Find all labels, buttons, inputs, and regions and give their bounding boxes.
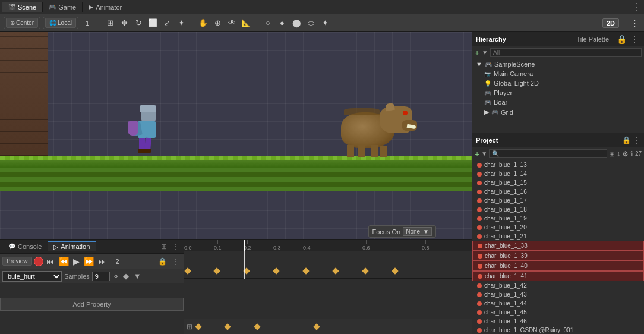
add-property-btn[interactable]: Add Property	[0, 298, 184, 311]
tab-animator[interactable]: ▶ Animator	[83, 2, 128, 12]
local-btn[interactable]: 🌐 Local	[45, 18, 76, 28]
project-item-44[interactable]: char_blue_1_44	[472, 299, 644, 308]
timeline-track-empty-row[interactable]	[184, 251, 472, 263]
skip-start-btn[interactable]: ⏮	[45, 257, 56, 266]
project-item-21[interactable]: char_blue_1_21	[472, 232, 644, 241]
project-item-38[interactable]: char_blue_1_38	[472, 241, 644, 251]
hierarchy-item-main-camera[interactable]: 📷 Main Camera	[472, 69, 644, 78]
move-icon[interactable]: ✥	[118, 17, 130, 29]
2d-toggle[interactable]: 2D	[602, 18, 619, 28]
hierarchy-search[interactable]	[490, 48, 642, 57]
timeline-track-sprite[interactable]	[184, 263, 472, 279]
keyframe-5[interactable]	[332, 267, 339, 274]
target-icon[interactable]: ⊕	[211, 17, 223, 29]
add-keyframe-btn[interactable]: ◆	[122, 272, 130, 281]
keyframe-3[interactable]	[273, 267, 279, 274]
samples-input[interactable]	[92, 272, 110, 281]
project-item-14[interactable]: char_blue_1_14	[472, 169, 644, 178]
play-btn[interactable]: ▶	[72, 257, 81, 266]
project-view-btn[interactable]: ⊞	[609, 150, 615, 158]
project-lock-btn[interactable]: 🔒	[622, 136, 631, 144]
add-keyframe-all-btn[interactable]: ⋄	[112, 272, 119, 281]
dot-38	[478, 244, 482, 248]
tab-game[interactable]: 🎮 Game	[43, 2, 83, 12]
focus-on-label: Focus On	[372, 228, 401, 235]
tab-scene[interactable]: 🎬 Scene	[2, 2, 43, 12]
hierarchy-item-global-light[interactable]: 💡 Global Light 2D	[472, 78, 644, 88]
hand-icon[interactable]: ✋	[197, 17, 209, 29]
filled-circle[interactable]: ⬤	[291, 17, 302, 29]
project-info-btn[interactable]: ℹ	[630, 150, 633, 158]
keyframe-4[interactable]	[302, 267, 309, 274]
transform-icon[interactable]: ✦	[175, 17, 187, 29]
skip-end-btn[interactable]: ⏭	[97, 257, 108, 266]
bottom-keyframe-1[interactable]	[224, 323, 231, 330]
hierarchy-item-boar[interactable]: 🎮 Boar	[472, 97, 644, 107]
bottom-keyframe-2[interactable]	[254, 323, 260, 330]
scale-icon[interactable]: ⤢	[161, 17, 173, 29]
rotate-icon[interactable]: ↻	[132, 17, 144, 29]
tile-palette-tab[interactable]: Tile Palette	[576, 36, 609, 43]
bottom-keyframe-3[interactable]	[313, 323, 320, 330]
project-item-19[interactable]: char_blue_1_19	[472, 214, 644, 223]
project-sort-btn[interactable]: ↕	[617, 150, 620, 158]
project-item-42[interactable]: char_blue_1_42	[472, 281, 644, 290]
project-item-20[interactable]: char_blue_1_20	[472, 223, 644, 232]
grid-icon[interactable]: ⊞	[104, 17, 116, 29]
keyframe-7[interactable]	[392, 267, 398, 274]
hierarchy-item-grid[interactable]: ▶ 🎮 Grid	[472, 107, 644, 117]
project-item-41[interactable]: char_blue_1_41	[472, 271, 644, 281]
project-item-40[interactable]: char_blue_1_40	[472, 261, 644, 271]
keyframe-6[interactable]	[362, 267, 368, 274]
panel-float-btn[interactable]: ⊞	[159, 242, 169, 251]
project-item-39[interactable]: char_blue_1_39	[472, 251, 644, 261]
player-character	[131, 108, 166, 156]
center-btn[interactable]: ⊕ Center	[6, 18, 38, 28]
anim-loop-icon[interactable]: ⊞	[187, 323, 192, 331]
hierarchy-item-player[interactable]: 🎮 Player	[472, 88, 644, 97]
tabs-more-btn[interactable]: ⋮	[632, 1, 642, 12]
anim-lock-btn[interactable]: 🔒	[156, 257, 169, 266]
hierarchy-add-btn[interactable]: +	[475, 48, 479, 58]
snap-icon[interactable]: 📐	[240, 17, 252, 29]
scene-viewport[interactable]: Focus On None ▼	[0, 32, 472, 239]
project-item-16[interactable]: char_blue_1_16	[472, 187, 644, 196]
rect-icon[interactable]: ⬜	[147, 17, 159, 29]
view-icon[interactable]: 👁	[226, 17, 238, 29]
hierarchy-more-btn[interactable]: ⋮	[629, 34, 640, 44]
delete-keyframe-btn[interactable]: ▼	[132, 272, 143, 281]
project-add-btn[interactable]: +	[475, 149, 479, 159]
panel-dots-btn[interactable]: ⋮	[169, 242, 181, 251]
project-filter-btn[interactable]: ⚙	[622, 150, 629, 158]
project-item-13[interactable]: char_blue_1_13	[472, 160, 644, 169]
project-item-gsdn[interactable]: char_blue_1_GSDN @Rainy_001	[472, 326, 644, 334]
project-more-btn[interactable]: ⋮	[633, 136, 640, 144]
project-item-46[interactable]: char_blue_1_46	[472, 317, 644, 326]
bottom-keyframe-0[interactable]	[195, 323, 201, 330]
preview-btn[interactable]: Preview	[2, 257, 32, 266]
hierarchy-item-sample-scene[interactable]: ▼ 🎮 SampleScene	[472, 59, 644, 69]
more-icon[interactable]: ⋮	[629, 17, 640, 29]
project-item-17[interactable]: char_blue_1_17	[472, 196, 644, 205]
keyframe-1[interactable]	[213, 267, 220, 274]
anim-more-btn[interactable]: ⋮	[171, 257, 181, 266]
circle-icon[interactable]: ○	[262, 17, 274, 29]
oval-icon[interactable]: ⬭	[305, 17, 317, 29]
hierarchy-lock-btn[interactable]: 🔒	[615, 34, 629, 44]
tab-console[interactable]: 💬 Console	[2, 242, 48, 251]
next-frame-btn[interactable]: ⏩	[83, 257, 95, 266]
project-item-45[interactable]: char_blue_1_45	[472, 308, 644, 317]
star-icon[interactable]: ✦	[319, 17, 331, 29]
project-item-18[interactable]: char_blue_1_18	[472, 205, 644, 214]
keyframe-0[interactable]	[184, 267, 191, 274]
project-item-15[interactable]: char_blue_1_15	[472, 178, 644, 187]
focus-on-dropdown[interactable]: None ▼	[403, 227, 432, 236]
tab-animation[interactable]: ▷ Animation	[48, 241, 96, 251]
project-add-arrow[interactable]: ▼	[481, 150, 487, 157]
prev-frame-btn[interactable]: ⏪	[58, 257, 70, 266]
anim-clip-select[interactable]: bule_hurt	[2, 271, 62, 282]
record-btn[interactable]	[34, 257, 43, 266]
project-item-43[interactable]: char_blue_1_43	[472, 290, 644, 299]
dot-icon[interactable]: ●	[276, 17, 288, 29]
project-search[interactable]	[489, 149, 607, 158]
